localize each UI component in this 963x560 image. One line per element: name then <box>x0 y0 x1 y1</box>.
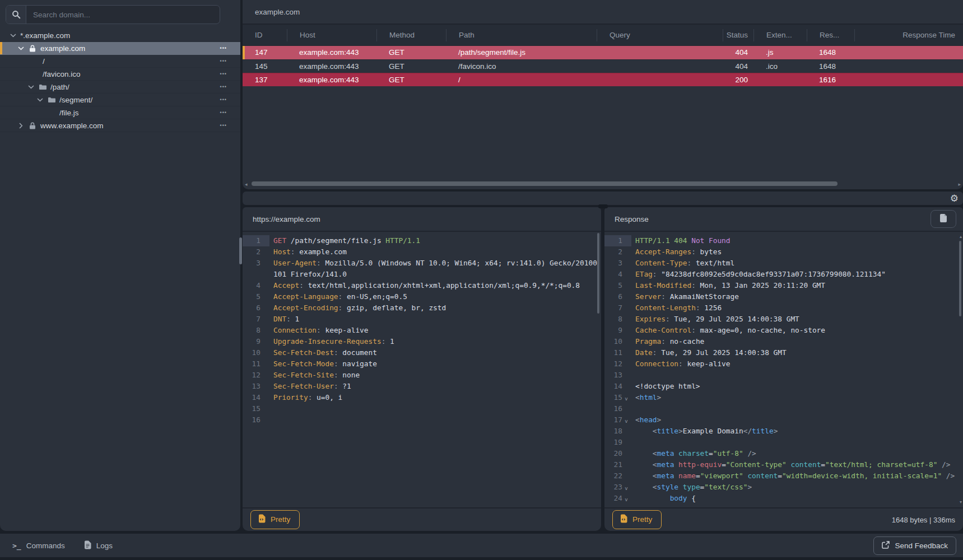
scroll-up-icon[interactable]: ▴ <box>960 234 962 239</box>
fold-arrow-icon[interactable]: v <box>622 392 630 403</box>
code-text <box>269 414 273 426</box>
logs-button[interactable]: Logs <box>84 540 113 551</box>
code-line: 11Sec-Fetch-Mode: navigate <box>243 358 601 370</box>
chevron-down-icon[interactable] <box>27 85 35 89</box>
domain-tree: *.example.comexample.com•••/•••/favicon.… <box>0 29 240 132</box>
cell-extension: .js <box>753 46 807 59</box>
cell-status: 404 <box>723 60 753 73</box>
chevron-down-icon[interactable] <box>17 46 25 50</box>
column-header-host[interactable]: Host <box>287 29 376 41</box>
response-pretty-button[interactable]: Pretty <box>612 510 662 529</box>
lock-icon <box>28 45 37 52</box>
column-header-query[interactable]: Query <box>597 29 723 41</box>
app-root: *.example.comexample.com•••/•••/favicon.… <box>0 0 963 560</box>
item-menu-dots-icon[interactable]: ••• <box>220 45 227 51</box>
request-editor[interactable]: 1GET /path/segment/file.js HTTP/1.12Host… <box>243 233 601 507</box>
item-menu-dots-icon[interactable]: ••• <box>220 84 227 90</box>
sidebar-resize-handle[interactable] <box>239 237 242 264</box>
fold-arrow-icon[interactable]: v <box>622 493 630 504</box>
line-number: 9 <box>604 325 622 336</box>
code-text <box>631 403 635 414</box>
item-menu-dots-icon[interactable]: ••• <box>220 58 227 64</box>
request-scrollbar-thumb[interactable] <box>597 233 599 314</box>
column-header-path[interactable]: Path <box>446 29 597 41</box>
scroll-left-icon[interactable]: ◂ <box>245 181 248 187</box>
cell-id: 137 <box>243 73 287 86</box>
item-menu-dots-icon[interactable]: ••• <box>220 71 227 77</box>
line-number: 11 <box>243 358 260 370</box>
cell-res: 1648 <box>807 46 854 59</box>
column-header-status[interactable]: Status <box>723 29 753 41</box>
panel-resize-handle[interactable] <box>598 204 608 208</box>
gear-icon[interactable]: ⚙ <box>950 194 959 203</box>
fold-arrow-icon[interactable]: v <box>622 414 630 426</box>
cell-id: 145 <box>243 60 287 73</box>
column-header-response_time[interactable]: Response Time <box>854 29 963 41</box>
table-row-137[interactable]: 137example.com:443GET/2001616 <box>243 73 963 86</box>
request-pretty-button[interactable]: Pretty <box>250 510 300 529</box>
code-text: Sec-Fetch-Dest: document <box>269 347 377 358</box>
tree-item-label: example.com <box>40 44 85 53</box>
tree-item--path-[interactable]: /path/••• <box>0 81 240 94</box>
code-line: 17v<head> <box>604 414 963 426</box>
scrollbar-thumb[interactable] <box>252 181 838 186</box>
chevron-down-icon[interactable] <box>36 98 44 102</box>
request-url: https://example.com <box>253 215 320 223</box>
code-line: 4ETag: "84238dfc8092e5d9c0dac8ef93371a07… <box>604 269 963 280</box>
chevron-right-icon[interactable] <box>17 123 25 129</box>
table-tab[interactable]: example.com <box>255 8 300 16</box>
response-scrollbar-thumb[interactable] <box>959 241 961 316</box>
code-text: <html> <box>631 392 661 403</box>
column-header-id[interactable]: ID <box>243 29 287 41</box>
folder-icon <box>38 84 47 90</box>
code-text: body { <box>631 493 696 504</box>
send-feedback-button[interactable]: Send Feedback <box>873 536 956 555</box>
copy-response-button[interactable] <box>931 210 956 228</box>
line-number: 20 <box>604 448 622 459</box>
cell-status: 404 <box>723 46 753 59</box>
commands-button[interactable]: >_ Commands <box>12 542 65 550</box>
item-menu-dots-icon[interactable]: ••• <box>220 123 227 128</box>
code-text <box>631 437 635 448</box>
chevron-down-icon[interactable] <box>9 34 17 38</box>
item-menu-dots-icon[interactable]: ••• <box>220 97 227 102</box>
tree-item--segment-[interactable]: /segment/••• <box>0 94 240 106</box>
line-number: 10 <box>243 347 260 358</box>
code-line: 18 <title>Example Domain</title> <box>604 426 963 437</box>
response-editor[interactable]: 1HTTP/1.1 404 Not Found2Accept-Ranges: b… <box>604 233 963 507</box>
code-text: Upgrade-Insecure-Requests: 1 <box>269 336 394 347</box>
code-text: Date: Tue, 29 Jul 2025 14:00:38 GMT <box>631 347 787 358</box>
column-header-extension[interactable]: Exten... <box>753 29 807 41</box>
table-row-147[interactable]: 147example.com:443GET/path/segment/file.… <box>243 46 963 59</box>
column-header-method[interactable]: Method <box>376 29 446 41</box>
file-icon <box>939 213 947 225</box>
code-line: 12Sec-Fetch-Site: none <box>243 370 601 381</box>
fold-arrow-icon[interactable]: v <box>622 482 630 493</box>
table-row-145[interactable]: 145example.com:443GET/favicon.ico404.ico… <box>243 59 963 73</box>
fold-spacer <box>622 347 630 358</box>
code-line: 15v<html> <box>604 392 963 403</box>
code-text: GET /path/segment/file.js HTTP/1.1 <box>269 235 420 246</box>
tree-item--file.js[interactable]: /file.js••• <box>0 106 240 119</box>
tree-item-www.example.com[interactable]: www.example.com••• <box>0 119 240 132</box>
tree-item--favicon.ico[interactable]: /favicon.ico••• <box>0 68 240 81</box>
domain-search-box[interactable] <box>6 5 220 24</box>
search-input[interactable] <box>26 6 220 24</box>
tree-item-example.com[interactable]: example.com••• <box>0 42 240 55</box>
tree-item--[interactable]: /••• <box>0 55 240 68</box>
line-number: 1 <box>243 235 260 246</box>
scroll-down-icon[interactable]: ▾ <box>960 500 962 505</box>
line-number: 19 <box>604 437 622 448</box>
column-header-res[interactable]: Res... <box>807 29 854 41</box>
line-number: 12 <box>243 370 260 381</box>
item-menu-dots-icon[interactable]: ••• <box>220 110 227 115</box>
scroll-right-icon[interactable]: ▸ <box>958 181 961 187</box>
send-feedback-label: Send Feedback <box>895 542 948 550</box>
code-text: <meta http-equiv="Content-type" content=… <box>631 459 951 470</box>
fold-spacer <box>622 325 630 336</box>
table-horizontal-scrollbar[interactable]: ◂ ▸ <box>245 181 961 188</box>
tree-item--.example.com[interactable]: *.example.com <box>0 29 240 42</box>
cell-res: 1648 <box>807 60 854 73</box>
fold-spacer <box>260 325 268 336</box>
code-text: Pragma: no-cache <box>631 336 704 347</box>
